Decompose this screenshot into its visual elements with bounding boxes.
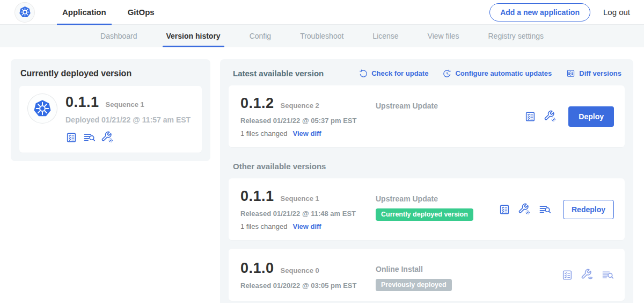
deployed-timestamp: Deployed 01/21/22 @ 11:57 am EST [65,116,191,124]
latest-available-title: Latest available version [233,69,324,78]
top-tabs: Application GitOps [52,0,165,25]
version-sequence: Sequence 2 [281,102,319,110]
edit-config-icon[interactable] [518,203,531,215]
version-info: 0.1.2 Sequence 2 Released 01/21/22 @ 05:… [240,95,376,138]
version-row-0-1-1: 0.1.1 Sequence 1 Released 01/21/22 @ 11:… [229,178,625,240]
version-number: 0.1.1 [240,188,274,205]
auto-update-icon [443,69,451,78]
edit-config-icon[interactable] [101,131,114,143]
latest-available-header: Latest available version Check for updat… [233,69,621,78]
app-icon [28,94,57,123]
previously-deployed-badge: Previously deployed [376,279,452,291]
app-subnav: Dashboard Version history Config Trouble… [0,25,644,47]
version-info: 0.1.1 Sequence 1 Released 01/21/22 @ 11:… [240,188,376,230]
logout-link[interactable]: Log out [603,8,630,17]
released-timestamp: Released 01/21/22 @ 11:48 am EST [240,210,376,218]
deployed-version-info: 0.1.1 Sequence 1 Deployed 01/21/22 @ 11:… [65,94,191,143]
other-versions-title: Other available versions [233,162,620,171]
check-for-update-link[interactable]: Check for update [359,69,428,78]
deployed-version-card: 0.1.1 Sequence 1 Deployed 01/21/22 @ 11:… [19,86,202,153]
version-actions: Check for update Configure automatic upd… [359,69,621,78]
kubernetes-logo [15,3,34,22]
version-sequence: Sequence 0 [281,266,319,275]
diff-versions-icon [566,69,575,78]
subnav-config[interactable]: Config [235,25,286,47]
currently-deployed-card: Currently deployed version 0.1.1 Sequenc… [11,59,210,161]
tab-application[interactable]: Application [52,0,117,25]
view-diff-link[interactable]: View diff [292,129,321,138]
view-diff-icon[interactable] [83,131,96,143]
deployed-card-title: Currently deployed version [20,69,201,78]
release-notes-icon[interactable] [499,204,510,215]
deploy-button[interactable]: Deploy [568,106,614,127]
version-number: 0.1.2 [240,95,274,112]
deployed-sequence: Sequence 1 [106,100,144,109]
diff-versions-link[interactable]: Diff versions [566,69,621,78]
version-actions [561,269,616,281]
version-row-0-1-0: 0.1.0 Sequence 0 Released 01/20/22 @ 03:… [229,249,625,301]
version-info: 0.1.0 Sequence 0 Released 01/20/22 @ 03:… [240,260,376,290]
subnav-dashboard[interactable]: Dashboard [86,25,152,47]
release-notes-icon[interactable] [524,111,536,122]
subnav-view-files[interactable]: View files [413,25,474,47]
version-history-card: Latest available version Check for updat… [220,59,633,303]
deployed-version-number: 0.1.1 [65,94,99,111]
tab-application-label: Application [62,8,106,17]
files-changed: 1 files changed [240,222,287,230]
main-content: Currently deployed version 0.1.1 Sequenc… [0,47,644,303]
add-application-button[interactable]: Add a new application [489,3,590,21]
currently-deployed-badge: Currently deployed version [376,208,473,221]
view-diff-icon[interactable] [539,203,551,215]
release-notes-icon[interactable] [65,132,77,143]
source-label: Upstream Update [376,194,499,203]
version-row-0-1-2: 0.1.2 Sequence 2 Released 01/21/22 @ 05:… [229,85,625,147]
version-actions: Deploy [524,106,616,127]
tab-gitops-label: GitOps [128,8,155,17]
release-notes-icon[interactable] [561,269,573,281]
released-timestamp: Released 01/21/22 @ 05:37 pm EST [240,117,376,125]
subnav-registry-settings[interactable]: Registry settings [474,25,558,47]
files-changed: 1 files changed [240,129,287,138]
refresh-icon [359,69,368,78]
top-header: Application GitOps Add a new application… [0,0,644,25]
version-sequence: Sequence 1 [281,194,319,203]
version-number: 0.1.0 [240,260,274,277]
deployed-actions [65,131,191,143]
subnav-license[interactable]: License [358,25,413,47]
view-diff-icon[interactable] [602,269,614,281]
subnav-version-history[interactable]: Version history [152,25,235,47]
subnav-troubleshoot[interactable]: Troubleshoot [286,25,358,47]
view-diff-link[interactable]: View diff [292,222,321,230]
version-source: Upstream Update [376,95,524,138]
header-right: Add a new application Log out [489,3,644,21]
version-actions: Redeploy [499,200,616,219]
tab-gitops[interactable]: GitOps [117,0,165,25]
version-source: Upstream Update Currently deployed versi… [376,188,499,230]
view-config-icon[interactable] [581,269,594,281]
configure-automatic-updates-link[interactable]: Configure automatic updates [443,69,552,78]
source-label: Online Install [376,265,561,273]
edit-config-icon[interactable] [544,110,557,122]
version-source: Online Install Previously deployed [376,258,561,291]
redeploy-button[interactable]: Redeploy [563,200,614,219]
source-label: Upstream Update [376,102,524,110]
released-timestamp: Released 01/20/22 @ 03:05 pm EST [240,282,376,290]
